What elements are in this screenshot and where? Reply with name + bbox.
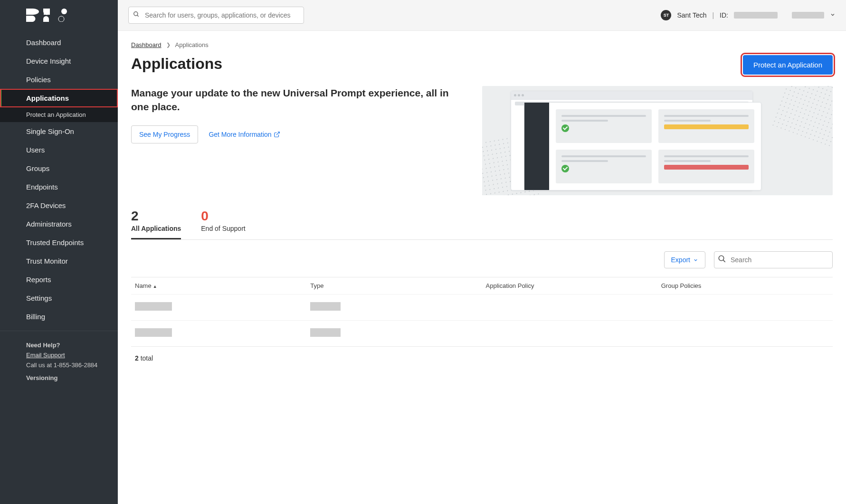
user-area: ST Sant Tech | ID:	[661, 10, 836, 20]
id-label: ID:	[720, 11, 728, 19]
versioning-label: Versioning	[26, 374, 108, 381]
stat-eos-label: End of Support	[201, 225, 245, 232]
chevron-down-icon	[693, 257, 698, 263]
cell-type-redacted	[310, 302, 341, 311]
sidebar-sub-protect-application[interactable]: Protect an Application	[0, 107, 118, 122]
svg-rect-6	[26, 16, 32, 22]
sidebar-item-device-insight[interactable]: Device Insight	[0, 52, 118, 70]
cell-name-redacted	[135, 302, 172, 311]
sidebar-item-groups[interactable]: Groups	[0, 159, 118, 178]
global-search-input[interactable]	[128, 7, 304, 24]
sidebar-item-2fa-devices[interactable]: 2FA Devices	[0, 196, 118, 215]
page-title: Applications	[131, 55, 222, 73]
external-link-icon	[274, 131, 280, 138]
breadcrumb-current: Applications	[175, 41, 209, 48]
chevron-right-icon: ❯	[166, 42, 171, 48]
id-value-redacted	[734, 12, 778, 19]
sidebar-item-billing[interactable]: Billing	[0, 307, 118, 326]
export-button[interactable]: Export	[664, 251, 705, 268]
total-row: 2 total	[131, 346, 833, 370]
org-name: Sant Tech	[677, 11, 706, 19]
col-group-policies[interactable]: Group Policies	[657, 277, 833, 295]
sort-asc-icon: ▲	[153, 284, 157, 289]
breadcrumb-dashboard[interactable]: Dashboard	[131, 41, 162, 48]
chevron-down-icon[interactable]	[830, 11, 836, 19]
topbar: ST Sant Tech | ID:	[118, 0, 846, 31]
stat-all-applications[interactable]: 2 All Applications	[131, 209, 181, 239]
help-section: Need Help? Email Support Call us at 1-85…	[0, 336, 118, 387]
global-search	[128, 7, 304, 24]
sidebar-item-trusted-endpoints[interactable]: Trusted Endpoints	[0, 233, 118, 252]
sidebar-item-reports[interactable]: Reports	[0, 270, 118, 289]
table-row[interactable]	[131, 295, 833, 321]
svg-rect-4	[26, 9, 32, 14]
sidebar-item-endpoints[interactable]: Endpoints	[0, 178, 118, 196]
col-type[interactable]: Type	[306, 277, 482, 295]
svg-line-8	[137, 15, 139, 17]
svg-point-10	[719, 256, 724, 261]
sidebar-item-dashboard[interactable]: Dashboard	[0, 33, 118, 52]
help-phone: Call us at 1-855-386-2884	[26, 361, 108, 369]
sidebar-item-settings[interactable]: Settings	[0, 289, 118, 307]
sidebar-item-users[interactable]: Users	[0, 141, 118, 159]
svg-line-11	[723, 260, 725, 262]
sidebar-item-sso[interactable]: Single Sign-On	[0, 122, 118, 141]
duo-logo	[0, 9, 118, 33]
avatar[interactable]: ST	[661, 10, 671, 20]
svg-point-7	[134, 12, 138, 16]
stat-all-label: All Applications	[131, 225, 181, 232]
main-content: ST Sant Tech | ID: Dashboard ❯ Applicati…	[118, 0, 846, 504]
sidebar-item-trust-monitor[interactable]: Trust Monitor	[0, 252, 118, 270]
table-search-input[interactable]	[714, 251, 833, 268]
col-name[interactable]: Name▲	[131, 277, 306, 295]
search-icon	[718, 255, 726, 265]
search-icon	[133, 11, 140, 19]
get-info-link[interactable]: Get More Information	[209, 131, 280, 138]
stat-all-count: 2	[131, 209, 181, 224]
breadcrumb: Dashboard ❯ Applications	[131, 41, 833, 48]
applications-table: Name▲ Type Application Policy Group Poli…	[131, 277, 833, 346]
help-title: Need Help?	[26, 342, 108, 349]
col-app-policy[interactable]: Application Policy	[482, 277, 657, 295]
stat-end-of-support[interactable]: 0 End of Support	[201, 209, 245, 239]
divider: |	[712, 11, 714, 19]
sidebar-item-administrators[interactable]: Administrators	[0, 215, 118, 233]
table-search	[714, 251, 833, 268]
sidebar-item-applications[interactable]: Applications	[0, 89, 118, 107]
cell-type-redacted	[310, 328, 341, 337]
svg-point-5	[61, 9, 67, 14]
stat-eos-count: 0	[201, 209, 245, 224]
account-redacted	[792, 12, 824, 19]
sidebar: Dashboard Device Insight Policies Applic…	[0, 0, 118, 504]
duo-logo-icon	[26, 9, 74, 22]
email-support-link[interactable]: Email Support	[26, 352, 108, 359]
svg-line-9	[276, 132, 279, 135]
see-progress-button[interactable]: See My Progress	[131, 125, 198, 143]
promo-illustration	[482, 86, 833, 195]
protect-application-button[interactable]: Protect an Application	[743, 55, 833, 75]
sidebar-item-policies[interactable]: Policies	[0, 70, 118, 89]
promo-heading: Manage your update to the new Universal …	[131, 86, 468, 114]
cell-name-redacted	[135, 328, 172, 337]
table-row[interactable]	[131, 321, 833, 347]
